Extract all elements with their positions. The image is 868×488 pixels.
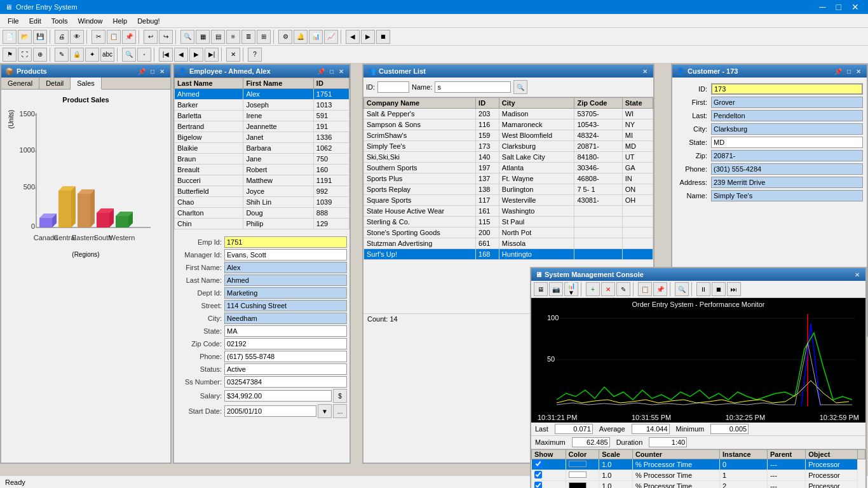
employee-row[interactable]: ChaoShih Lin1039	[175, 197, 349, 208]
smc-copy[interactable]: 📋	[638, 282, 652, 296]
employee-row[interactable]: BreaultRobert160	[175, 165, 349, 175]
t2-btn4[interactable]: ✎	[55, 48, 69, 62]
smc-delete[interactable]: ✕	[601, 282, 615, 296]
t1-btn6[interactable]: ▤	[211, 30, 225, 44]
detail-last-input[interactable]	[711, 110, 863, 121]
employee-row[interactable]: AhmedAlex1751	[175, 89, 349, 100]
t2-help[interactable]: ?	[248, 48, 262, 62]
customer-row[interactable]: ScrimShaw's159West Bloomfield48324-MI	[364, 130, 653, 141]
employee-list[interactable]: Last Name First Name ID AhmedAlex1751Bar…	[174, 78, 349, 230]
detail-name-input[interactable]	[711, 190, 863, 201]
nav-first[interactable]: |◀	[159, 48, 173, 62]
minimum-val[interactable]	[710, 424, 749, 434]
customer-row[interactable]: Southern Sports197Atlanta30346-GA	[364, 163, 653, 173]
date-picker[interactable]: ...	[333, 404, 347, 418]
find-btn[interactable]: 🔍	[180, 30, 194, 44]
copy-btn[interactable]: 📋	[107, 30, 121, 44]
t2-btn2[interactable]: ⛶	[18, 48, 32, 62]
counter-row[interactable]: 1.0 % Processor Time 0 --- Processor	[532, 459, 865, 470]
detail-city-input[interactable]	[711, 123, 863, 135]
smc-t1[interactable]: 🖥	[534, 282, 548, 296]
detail-phone-input[interactable]	[711, 163, 863, 175]
t2-btn8[interactable]: 🔍	[122, 48, 136, 62]
customer-detail-pin[interactable]: 📌	[832, 68, 844, 75]
manager-id-input[interactable]	[224, 249, 347, 261]
emp-id-input[interactable]	[224, 236, 347, 248]
t1-btn9[interactable]: ⊞	[257, 30, 271, 44]
first-name-input[interactable]	[224, 262, 347, 273]
last-name-input[interactable]	[224, 274, 347, 286]
employee-row[interactable]: ButterfieldJoyce992	[175, 186, 349, 197]
menu-help[interactable]: Help	[108, 16, 133, 26]
search-id-input[interactable]	[377, 81, 409, 93]
smc-edit[interactable]: ✎	[616, 282, 630, 296]
t2-btn6[interactable]: ✦	[85, 48, 99, 62]
detail-zip-input[interactable]	[711, 150, 863, 161]
salary-btn[interactable]: $	[333, 389, 347, 403]
counter-show-1[interactable]	[534, 471, 542, 478]
employee-close[interactable]: ✕	[337, 68, 346, 75]
customer-row[interactable]: Stone's Sporting Goods200North Pot	[364, 227, 653, 238]
t2-btn5[interactable]: 🔒	[70, 48, 84, 62]
smc-stop[interactable]: ⏹	[712, 282, 726, 296]
employee-pin[interactable]: 📌	[315, 68, 327, 75]
tab-sales[interactable]: Sales	[71, 78, 102, 90]
employee-row[interactable]: ChinPhilip129	[175, 219, 349, 229]
t1-btn14[interactable]: ◀	[346, 30, 360, 44]
t1-btn13[interactable]: 📈	[324, 30, 338, 44]
menu-tools[interactable]: Tools	[46, 16, 73, 26]
nav-prev[interactable]: ◀	[174, 48, 188, 62]
products-close[interactable]: ✕	[158, 68, 166, 75]
undo-btn[interactable]: ↩	[144, 30, 158, 44]
t2-btn9[interactable]: ◦	[137, 48, 151, 62]
save-btn[interactable]: 💾	[33, 30, 47, 44]
customer-row[interactable]: Simply Tee's173Clarksburg20871-MD	[364, 141, 653, 152]
customer-detail-close[interactable]: ✕	[854, 68, 863, 75]
employee-row[interactable]: BarkerJoseph1013	[175, 100, 349, 111]
t1-btn8[interactable]: ≣	[241, 30, 255, 44]
counter-show-0[interactable]	[534, 460, 542, 468]
menu-edit[interactable]: Edit	[24, 16, 46, 26]
date-dropdown[interactable]: ▼	[318, 404, 332, 418]
t2-close[interactable]: ✕	[226, 48, 240, 62]
menu-debug[interactable]: Debug!	[132, 16, 165, 26]
zip-input[interactable]	[224, 338, 347, 349]
employee-row[interactable]: CharltonDoug888	[175, 208, 349, 219]
t2-btn3[interactable]: ⊕	[33, 48, 47, 62]
employee-row[interactable]: BarlettaIrene591	[175, 111, 349, 121]
status-input[interactable]	[224, 363, 347, 375]
t1-btn16[interactable]: ⏹	[376, 30, 390, 44]
detail-state-input[interactable]	[711, 137, 863, 148]
smc-paste[interactable]: 📌	[653, 282, 667, 296]
search-name-input[interactable]	[435, 81, 511, 93]
average-val[interactable]	[632, 424, 670, 434]
new-btn[interactable]: 📄	[3, 30, 17, 44]
counter-show-2[interactable]	[534, 482, 542, 488]
tab-detail[interactable]: Detail	[39, 78, 71, 89]
menu-window[interactable]: Window	[72, 16, 107, 26]
print-btn[interactable]: 🖨	[55, 30, 69, 44]
t1-btn5[interactable]: ▦	[196, 30, 210, 44]
city-input[interactable]	[224, 313, 347, 324]
redo-btn[interactable]: ↪	[159, 30, 173, 44]
customer-row[interactable]: Stutzman Advertising661Missola	[364, 238, 653, 249]
maximize-button[interactable]: □	[832, 0, 845, 14]
customer-row[interactable]: Sports Replay138Burlington7 5- 1ON	[364, 184, 653, 195]
t2-btn7[interactable]: abc	[100, 48, 114, 62]
menu-file[interactable]: File	[3, 16, 24, 26]
duration-val[interactable]	[649, 437, 687, 447]
dept-id-input[interactable]	[224, 287, 347, 299]
employee-maximize[interactable]: □	[328, 68, 336, 75]
t1-btn7[interactable]: ≡	[226, 30, 240, 44]
employee-row[interactable]: BucceriMatthew1191	[175, 175, 349, 186]
close-button[interactable]: ✕	[848, 0, 863, 14]
salary-input[interactable]	[224, 390, 332, 402]
phone-input[interactable]	[224, 351, 347, 362]
customer-row[interactable]: Ski,Ski,Ski140Salt Lake City84180-UT	[364, 152, 653, 163]
customer-row[interactable]: Sports Plus137Ft. Wayne46808-IN	[364, 173, 653, 184]
search-button[interactable]: 🔍	[513, 80, 527, 94]
smc-find[interactable]: 🔍	[675, 282, 689, 296]
nav-last[interactable]: ▶|	[205, 48, 219, 62]
ss-input[interactable]	[224, 376, 347, 388]
customer-row[interactable]: Sampson & Sons116Mamaroneck10543-NY	[364, 119, 653, 130]
